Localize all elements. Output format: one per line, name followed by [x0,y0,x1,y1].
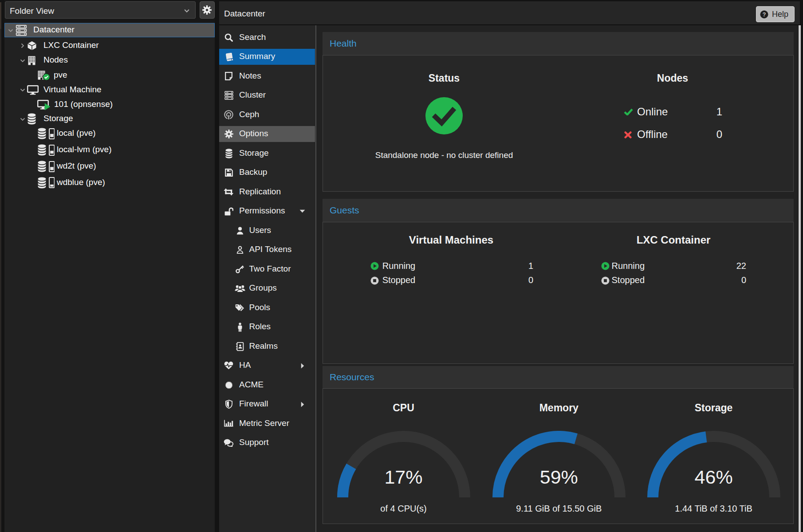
svg-text:?: ? [763,12,766,18]
